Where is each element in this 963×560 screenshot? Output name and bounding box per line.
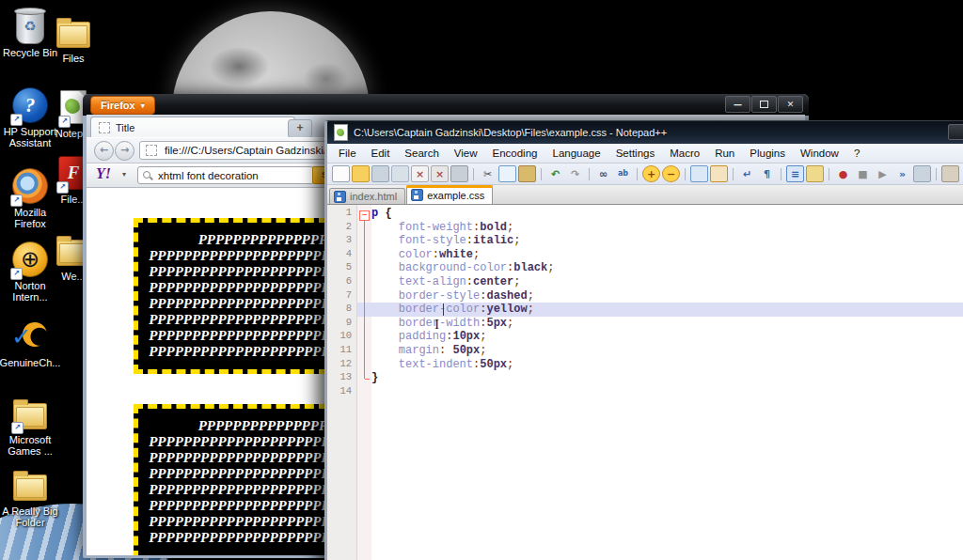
code-line-8[interactable]: border-color:yellow;: [371, 303, 963, 317]
macro-save-icon[interactable]: [913, 165, 931, 182]
line-number-gutter: 1234567891011121314: [327, 205, 357, 560]
save-all-icon[interactable]: [391, 165, 409, 182]
sync-scroll-h-icon[interactable]: [710, 165, 728, 182]
minimize-button[interactable]: —: [725, 96, 750, 113]
minimize-button-partial[interactable]: [948, 124, 963, 140]
menu-file[interactable]: File: [331, 146, 364, 161]
close-button[interactable]: ✕: [778, 96, 803, 113]
shortcut-arrow-icon: ↗: [56, 181, 69, 194]
code-line-4[interactable]: color:white;: [371, 248, 963, 262]
cut-icon[interactable]: ✂: [479, 165, 497, 182]
toolbar-separator: [781, 168, 781, 180]
code-line-5[interactable]: background-color:black;: [371, 261, 963, 275]
fold-guide-line: [364, 221, 365, 379]
code-segment: black: [513, 261, 547, 274]
new-tab-button[interactable]: +: [288, 119, 312, 138]
desktop-icon-files[interactable]: Files: [46, 13, 101, 64]
doc-map-icon[interactable]: [806, 165, 824, 182]
toolbar-separator: [637, 168, 638, 180]
firefox-titlebar[interactable]: Firefox ▾ — ✕: [83, 94, 809, 116]
redo-icon[interactable]: ↷: [566, 165, 584, 182]
zoom-in-icon[interactable]: +: [642, 165, 660, 182]
code-editor[interactable]: 1234567891011121314 − p { font-weight:bo…: [327, 205, 963, 560]
code-line-13[interactable]: }: [371, 371, 963, 385]
code-line-3[interactable]: font-style:italic;: [371, 234, 963, 248]
browser-tab-title[interactable]: Title: [90, 117, 295, 138]
code-segment: ;: [473, 248, 480, 261]
yahoo-search-box[interactable]: [137, 166, 314, 184]
menu-view[interactable]: View: [447, 146, 485, 161]
code-segment: center: [473, 275, 513, 288]
forward-button[interactable]: →: [115, 141, 134, 161]
code-segment: text-indent: [399, 358, 473, 371]
menu-plugins[interactable]: Plugins: [742, 146, 793, 161]
notepadpp-titlebar[interactable]: C:\Users\Captain Gadzinski\Desktop\Files…: [327, 121, 963, 144]
desktop-icon-genuinech[interactable]: ✓GenuineCh...: [1, 318, 59, 368]
firefox-app-button[interactable]: Firefox ▾: [90, 96, 155, 115]
code-segment: ;: [507, 317, 513, 330]
maximize-button[interactable]: [751, 96, 777, 113]
menu-encoding[interactable]: Encoding: [485, 146, 545, 161]
show-symbols-icon[interactable]: ¶: [758, 165, 776, 182]
function-list-icon[interactable]: [941, 165, 959, 182]
undo-icon[interactable]: ↶: [546, 165, 564, 182]
yahoo-search-input[interactable]: [156, 169, 308, 182]
menu-help[interactable]: ?: [846, 146, 867, 161]
menu-macro[interactable]: Macro: [662, 146, 707, 161]
find-icon[interactable]: ∞: [594, 165, 612, 182]
yahoo-dropdown-icon[interactable]: ▾: [122, 170, 126, 179]
menu-run[interactable]: Run: [707, 146, 742, 161]
code-line-6[interactable]: text-align:center;: [371, 275, 963, 289]
zoom-out-icon[interactable]: −: [662, 165, 680, 182]
word-wrap-icon[interactable]: ↵: [738, 165, 756, 182]
saved-file-icon: [411, 189, 423, 201]
new-file-icon[interactable]: [332, 165, 350, 182]
code-line-2[interactable]: font-weight:bold;: [371, 221, 963, 235]
sync-scroll-v-icon[interactable]: [690, 165, 708, 182]
fold-collapse-icon[interactable]: −: [359, 210, 370, 221]
macro-play-icon[interactable]: ▶: [874, 165, 892, 182]
code-line-12[interactable]: text-indent:50px;: [371, 358, 963, 372]
paste-icon[interactable]: [518, 165, 536, 182]
desktop-icon-microsoft-games[interactable]: ↗Microsoft Games ...: [1, 395, 59, 457]
code-segment: dashed: [486, 289, 527, 303]
code-line-11[interactable]: margin: 50px;: [371, 344, 963, 358]
code-segment: [371, 303, 399, 316]
document-tab-example-css[interactable]: example.css: [406, 185, 493, 204]
code-segment: ;: [507, 221, 513, 234]
desktop-icon-a-really-big-folder[interactable]: A Really Big Folder: [1, 466, 59, 528]
code-line-10[interactable]: padding:10px;: [371, 330, 963, 344]
menu-settings[interactable]: Settings: [608, 146, 663, 161]
code-line-9[interactable]: border-width:5px;: [371, 317, 963, 331]
code-segment: ;: [528, 289, 534, 303]
close-all-icon[interactable]: ×: [431, 165, 449, 182]
yahoo-logo[interactable]: Y!: [96, 165, 111, 182]
menu-window[interactable]: Window: [793, 146, 846, 161]
macro-run-multi-icon[interactable]: »: [893, 165, 911, 182]
recycle-icon: ♻: [16, 8, 44, 45]
copy-icon[interactable]: [498, 165, 516, 182]
code-line-14[interactable]: [371, 385, 963, 399]
genuine-glyph: ✓: [11, 320, 49, 352]
doc-switcher-icon[interactable]: ≡: [786, 165, 804, 182]
menu-language[interactable]: Language: [545, 146, 608, 161]
notepadpp-toolbar: ××✂↶↷∞ab+−↵¶≡●■▶»✓: [327, 163, 963, 185]
document-tab-index-html[interactable]: index.html: [329, 188, 405, 204]
close-file-icon[interactable]: ×: [411, 165, 429, 182]
save-file-icon[interactable]: [371, 165, 389, 182]
print-icon[interactable]: [450, 165, 468, 182]
menu-edit[interactable]: Edit: [364, 146, 398, 161]
recycle-glyph: ♻: [16, 8, 44, 44]
folder-glyph: [56, 22, 90, 48]
open-folder-icon[interactable]: [352, 165, 370, 182]
back-button[interactable]: ←: [94, 141, 114, 161]
replace-icon[interactable]: ab: [614, 165, 632, 182]
macro-stop-icon[interactable]: ■: [854, 165, 872, 182]
code-text-area[interactable]: p { font-weight:bold; font-style:italic;…: [371, 207, 963, 398]
code-line-7[interactable]: border-style:dashed;: [371, 289, 963, 303]
macro-record-icon[interactable]: ●: [834, 165, 852, 182]
menu-search[interactable]: Search: [397, 146, 446, 161]
code-segment: ;: [480, 344, 486, 357]
code-segment: [371, 275, 399, 288]
code-line-1[interactable]: p {: [371, 207, 963, 221]
